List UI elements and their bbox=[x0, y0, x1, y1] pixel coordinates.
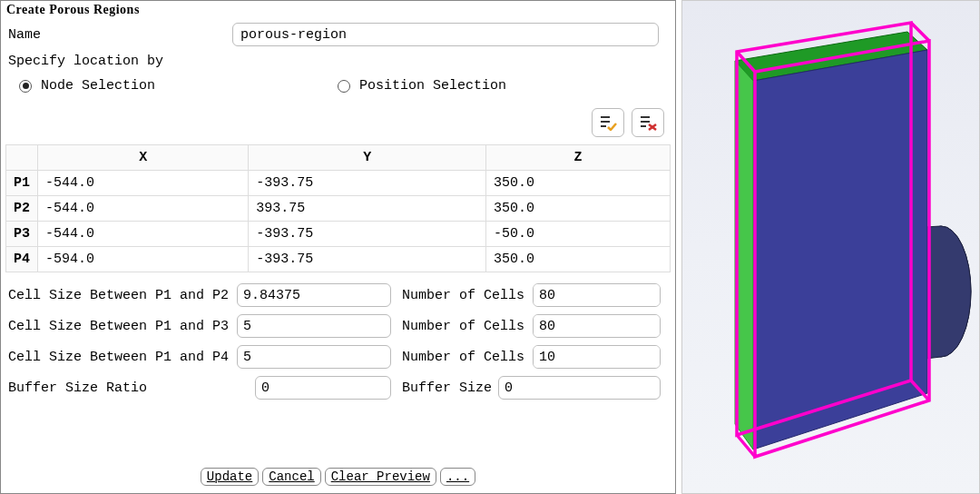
num-cells-p1p4-label: Number of Cells bbox=[402, 350, 527, 365]
table-row[interactable]: P2 -544.0 393.75 350.0 bbox=[6, 196, 671, 222]
num-cells-p1p2-label: Number of Cells bbox=[402, 288, 527, 303]
radio-dot-icon bbox=[338, 80, 350, 93]
cell-x[interactable]: -544.0 bbox=[38, 171, 249, 196]
num-cells-p1p4-spinner[interactable]: ▲▼ bbox=[533, 345, 661, 369]
radio-node-selection[interactable]: Node Selection bbox=[19, 78, 155, 94]
buffer-ratio-input[interactable] bbox=[255, 376, 391, 400]
num-cells-p1p3-label: Number of Cells bbox=[402, 319, 527, 334]
update-button[interactable]: Update bbox=[201, 468, 259, 486]
radio-node-label: Node Selection bbox=[41, 78, 155, 94]
cancel-button[interactable]: Cancel bbox=[262, 468, 320, 486]
radio-position-selection[interactable]: Position Selection bbox=[338, 78, 506, 94]
apply-selection-button[interactable] bbox=[592, 108, 624, 137]
model-viewport-3d[interactable] bbox=[681, 0, 980, 494]
num-cells-p1p2-spinner[interactable]: ▲▼ bbox=[533, 283, 661, 307]
more-button[interactable]: ... bbox=[440, 468, 475, 486]
row-label: P3 bbox=[6, 222, 38, 247]
cell-size-p1p3-input[interactable] bbox=[237, 314, 391, 338]
table-row[interactable]: P4 -594.0 -393.75 350.0 bbox=[6, 247, 671, 272]
model-preview bbox=[682, 1, 980, 494]
num-cells-p1p2-input[interactable] bbox=[534, 284, 661, 306]
radio-dot-icon bbox=[19, 80, 32, 93]
cell-z[interactable]: 350.0 bbox=[486, 196, 671, 222]
cell-size-p1p2-label: Cell Size Between P1 and P2 bbox=[8, 288, 231, 303]
list-check-icon bbox=[599, 114, 617, 131]
row-label: P4 bbox=[6, 247, 38, 272]
table-row[interactable]: P3 -544.0 -393.75 -50.0 bbox=[6, 222, 671, 247]
clear-selection-button[interactable] bbox=[632, 108, 664, 137]
num-cells-p1p4-input[interactable] bbox=[534, 346, 661, 368]
cell-size-p1p4-input[interactable] bbox=[237, 345, 391, 369]
create-porous-regions-panel: Create Porous Regions Name Specify locat… bbox=[0, 0, 676, 494]
radio-position-label: Position Selection bbox=[359, 78, 506, 94]
cell-z[interactable]: 350.0 bbox=[486, 247, 671, 272]
name-label: Name bbox=[8, 27, 232, 43]
buffer-size-label: Buffer Size bbox=[402, 380, 493, 396]
specify-location-label: Specify location by bbox=[8, 54, 232, 69]
num-cells-p1p3-input[interactable] bbox=[534, 315, 661, 337]
row-label: P2 bbox=[6, 196, 38, 222]
table-row[interactable]: P1 -544.0 -393.75 350.0 bbox=[6, 171, 671, 196]
cell-y[interactable]: -393.75 bbox=[249, 247, 486, 272]
col-blank bbox=[6, 145, 38, 171]
coordinates-table: X Y Z P1 -544.0 -393.75 350.0 P2 -544.0 … bbox=[5, 144, 671, 272]
col-y: Y bbox=[249, 145, 486, 171]
table-header-row: X Y Z bbox=[6, 145, 671, 171]
clear-preview-button[interactable]: Clear Preview bbox=[325, 468, 436, 486]
buffer-size-input[interactable] bbox=[498, 376, 661, 400]
name-input[interactable] bbox=[232, 23, 659, 46]
cell-y[interactable]: -393.75 bbox=[249, 171, 486, 196]
cell-z[interactable]: 350.0 bbox=[486, 171, 671, 196]
col-x: X bbox=[38, 145, 249, 171]
col-z: Z bbox=[486, 145, 671, 171]
cell-y[interactable]: 393.75 bbox=[249, 196, 486, 222]
buffer-ratio-label: Buffer Size Ratio bbox=[8, 380, 250, 396]
cell-size-p1p3-label: Cell Size Between P1 and P3 bbox=[8, 319, 231, 334]
num-cells-p1p3-spinner[interactable]: ▲▼ bbox=[533, 314, 661, 338]
cell-z[interactable]: -50.0 bbox=[486, 222, 671, 247]
cell-x[interactable]: -544.0 bbox=[38, 222, 249, 247]
cell-y[interactable]: -393.75 bbox=[249, 222, 486, 247]
cell-size-p1p4-label: Cell Size Between P1 and P4 bbox=[8, 350, 231, 365]
cell-x[interactable]: -544.0 bbox=[38, 196, 249, 222]
cell-size-p1p2-input[interactable] bbox=[237, 283, 391, 307]
row-label: P1 bbox=[6, 171, 38, 196]
panel-title: Create Porous Regions bbox=[1, 1, 675, 19]
cell-x[interactable]: -594.0 bbox=[38, 247, 249, 272]
svg-marker-10 bbox=[753, 50, 927, 450]
list-x-icon bbox=[639, 114, 657, 131]
